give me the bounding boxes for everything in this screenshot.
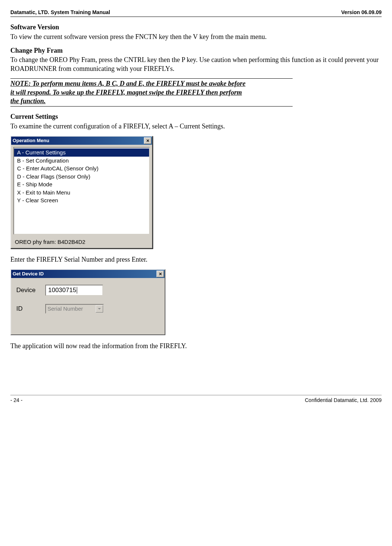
note-line-3: the function.: [10, 97, 293, 105]
section-current-settings: Current Settings To examine the current …: [10, 112, 382, 131]
note-box: NOTE: To perform menu items A, B C, D an…: [10, 78, 293, 107]
titlebar-text: Operation Menu: [13, 138, 49, 144]
menu-item-d[interactable]: D - Clear Flags (Sensor Only): [14, 173, 149, 181]
close-icon: ✕: [146, 138, 149, 143]
close-button[interactable]: ✕: [144, 137, 151, 144]
close-icon: ✕: [159, 271, 162, 277]
header-rule: [10, 16, 382, 17]
heading-change-phy: Change Phy Fram: [10, 46, 382, 55]
device-label: Device: [16, 286, 45, 294]
page-footer: - 24 - Confidential Datamatic, Ltd. 2009: [10, 395, 382, 403]
app-read-text: The application will now read the inform…: [10, 342, 382, 350]
operation-menu-listbox[interactable]: A - Current Settings B - Set Configurati…: [13, 147, 150, 235]
menu-item-b[interactable]: B - Set Configuration: [14, 157, 149, 165]
menu-item-a[interactable]: A - Current Settings: [14, 148, 149, 157]
heading-current-settings: Current Settings: [10, 112, 382, 121]
page-header: Datamatic, LTD. System Training Manual V…: [10, 9, 382, 16]
titlebar-get-device[interactable]: Get Device ID ✕: [11, 270, 165, 278]
id-label: ID: [16, 305, 45, 313]
body-software-version: To view the current software version pre…: [10, 33, 382, 41]
close-button-device[interactable]: ✕: [157, 271, 164, 277]
device-input-value: 10030715: [48, 286, 76, 294]
section-software-version: Software Version To view the current sof…: [10, 23, 382, 41]
id-combo: Serial Number: [45, 304, 104, 314]
body-change-phy: To change the OREO Phy Fram, press the C…: [10, 56, 382, 73]
note-line-1: NOTE: To perform menu items A, B C, D an…: [10, 79, 293, 88]
header-left: Datamatic, LTD. System Training Manual: [10, 9, 110, 16]
menu-item-y[interactable]: Y - Clear Screen: [14, 196, 149, 205]
text-caret: [77, 287, 77, 294]
menu-item-c[interactable]: C - Enter AutoCAL (Sensor Only): [14, 164, 149, 173]
device-input[interactable]: 10030715: [45, 285, 103, 296]
id-combo-value: Serial Number: [47, 305, 83, 313]
enter-serial-text: Enter the FIREFLY Serial Number and pres…: [10, 255, 382, 264]
oreo-phy-fram-text: OREO phy fram: B4D2B4D2: [11, 237, 152, 248]
titlebar-operation-menu[interactable]: Operation Menu ✕: [11, 137, 152, 145]
heading-software-version: Software Version: [10, 23, 382, 32]
operation-menu-window: Operation Menu ✕ A - Current Settings B …: [10, 136, 153, 249]
device-field-row: Device 10030715: [16, 285, 159, 296]
dialog-body: Device 10030715 ID Serial Number: [11, 278, 165, 334]
menu-item-e[interactable]: E - Ship Mode: [14, 180, 149, 189]
titlebar-text-device: Get Device ID: [13, 271, 44, 277]
body-current-settings: To examine the current configuration of …: [10, 122, 382, 131]
section-change-phy: Change Phy Fram To change the OREO Phy F…: [10, 46, 382, 73]
get-device-id-window: Get Device ID ✕ Device 10030715 ID Seria…: [10, 269, 165, 335]
note-line-2: it will respond. To wake up the FIREFLY,…: [10, 88, 293, 97]
chevron-down-icon: [98, 308, 101, 310]
footer-page-number: - 24 -: [10, 397, 23, 403]
header-right: Version 06.09.09: [341, 9, 382, 16]
menu-item-x[interactable]: X - Exit to Main Menu: [14, 189, 149, 197]
footer-copyright: Confidential Datamatic, Ltd. 2009: [305, 397, 382, 403]
combo-button: [96, 305, 103, 313]
id-field-row: ID Serial Number: [16, 304, 159, 314]
